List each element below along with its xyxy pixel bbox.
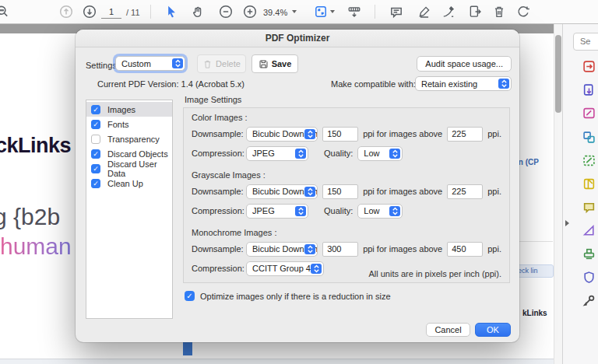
- scroll-mode-icon[interactable]: [346, 4, 362, 19]
- gray-threshold-field[interactable]: [447, 184, 483, 199]
- panel-item-fonts[interactable]: ✓ Fonts: [86, 117, 172, 131]
- select-tool-icon[interactable]: [164, 4, 179, 19]
- settings-label: Settings:: [86, 61, 119, 70]
- color-quality-popup[interactable]: Low: [357, 146, 403, 161]
- units-note: All units are in pixels per inch (ppi).: [368, 269, 501, 278]
- page-number-input[interactable]: [101, 5, 121, 19]
- acrobat-window: ckLinks g {b2b human ation (CP 4s te dec…: [0, 0, 598, 364]
- sign-icon[interactable]: [441, 4, 456, 19]
- fit-page-icon[interactable]: [313, 4, 329, 19]
- protect-icon[interactable]: [582, 271, 596, 284]
- page-up-icon[interactable]: [58, 4, 74, 19]
- measure-icon[interactable]: [582, 224, 596, 237]
- combine-files-icon[interactable]: [582, 131, 596, 144]
- discard-objects-checkbox[interactable]: ✓: [91, 149, 100, 159]
- popup-value: JPEG: [252, 149, 275, 158]
- gray-compression-popup[interactable]: JPEG: [246, 204, 308, 219]
- color-threshold-field[interactable]: [447, 127, 483, 142]
- doc-blue-element: [183, 342, 192, 355]
- zoom-level-label[interactable]: 39.4%: [263, 8, 287, 17]
- color-downsample-popup[interactable]: Bicubic Downsampling to: [246, 127, 318, 142]
- tools-search-box[interactable]: [573, 33, 598, 51]
- delete-button-label: Delete: [216, 59, 241, 68]
- optimize-checkbox[interactable]: ✓: [185, 291, 195, 301]
- popup-value: Low: [364, 206, 379, 215]
- cancel-button-label: Cancel: [434, 325, 461, 334]
- export-pdf-icon[interactable]: [582, 60, 596, 73]
- hand-tool-icon[interactable]: [190, 4, 206, 19]
- doc-brand-small: kLinks: [522, 309, 547, 317]
- optimize-checkbox-row[interactable]: ✓ Optimize images only if there is a red…: [185, 291, 391, 301]
- zoom-out-icon[interactable]: [218, 4, 234, 19]
- panel-item-transparency[interactable]: Transparency: [86, 131, 172, 146]
- tools-panel: [562, 24, 598, 364]
- gray-downsample-popup[interactable]: Bicubic Downsampling to: [246, 184, 318, 199]
- doc-bottom-band: [0, 359, 554, 364]
- compat-popup[interactable]: Retain existing: [415, 76, 512, 91]
- discard-user-data-checkbox[interactable]: ✓: [91, 164, 100, 173]
- save-button-label: Save: [272, 59, 292, 68]
- zoom-caret-icon[interactable]: [292, 10, 297, 13]
- panel-item-clean-up[interactable]: ✓ Clean Up: [86, 176, 172, 191]
- quality-label: Quality:: [324, 206, 353, 215]
- vertical-scrollbar[interactable]: [554, 24, 562, 364]
- section-title: Grayscale Images :: [192, 170, 501, 181]
- gray-quality-popup[interactable]: Low: [357, 204, 403, 219]
- comment-tool-icon[interactable]: [582, 201, 596, 214]
- comment-icon[interactable]: [389, 4, 404, 19]
- images-checkbox[interactable]: ✓: [91, 105, 100, 114]
- rotate-icon[interactable]: [515, 4, 531, 19]
- ppi-suffix: ppi.: [487, 244, 501, 254]
- doc-brand-text: ckLinks: [0, 134, 71, 158]
- scrollbar-thumb[interactable]: [555, 35, 561, 113]
- panel-item-label: Fonts: [107, 120, 129, 129]
- create-pdf-icon[interactable]: [582, 83, 596, 96]
- optimizer-panel-list: ✓ Images ✓ Fonts Transparency ✓ Discard …: [86, 100, 173, 319]
- page-down-icon[interactable]: [82, 4, 97, 19]
- panel-item-images[interactable]: ✓ Images: [86, 102, 172, 117]
- between-text: ppi for images above: [363, 129, 442, 138]
- highlight-icon[interactable]: [417, 4, 432, 19]
- save-button[interactable]: Save: [252, 54, 298, 73]
- downsample-label: Downsample:: [192, 244, 241, 254]
- audit-space-usage-button[interactable]: Audit space usage...: [417, 56, 512, 72]
- organize-pages-icon[interactable]: [582, 177, 596, 191]
- dialog-titlebar: PDF Optimizer: [76, 30, 519, 47]
- delete-button: Delete: [197, 54, 246, 73]
- search-input[interactable]: [579, 36, 598, 47]
- panel-item-discard-user-data[interactable]: ✓ Discard User Data: [86, 161, 172, 176]
- trash-icon[interactable]: [491, 4, 507, 19]
- quality-label: Quality:: [324, 149, 353, 158]
- color-compression-popup[interactable]: JPEG: [246, 146, 308, 161]
- stepper-icon: [311, 264, 322, 274]
- more-tools-icon[interactable]: [582, 294, 596, 307]
- image-settings-group: Color Images : Downsample: Bicubic Downs…: [183, 107, 510, 283]
- fonts-checkbox[interactable]: ✓: [91, 120, 100, 129]
- edit-pdf-icon[interactable]: [582, 107, 596, 120]
- optimize-checkbox-label: Optimize images only if there is a reduc…: [200, 292, 391, 301]
- zoom-in-icon[interactable]: [242, 4, 258, 19]
- toolbar-separator: [150, 5, 151, 19]
- cancel-button[interactable]: Cancel: [426, 323, 470, 337]
- popup-value: JPEG: [252, 206, 275, 215]
- panel-collapse-arrow[interactable]: [565, 220, 569, 226]
- settings-popup[interactable]: Custom: [115, 56, 185, 71]
- mono-threshold-field[interactable]: [447, 242, 483, 257]
- clean-up-checkbox[interactable]: ✓: [91, 179, 100, 188]
- mono-compression-popup[interactable]: CCITT Group 4: [246, 261, 324, 276]
- gray-ppi-field[interactable]: [322, 184, 358, 199]
- mono-ppi-field[interactable]: [322, 242, 358, 257]
- stamp-icon[interactable]: [582, 247, 596, 261]
- color-ppi-field[interactable]: [322, 127, 358, 142]
- color-images-section: Color Images : Downsample: Bicubic Downs…: [192, 113, 501, 161]
- mono-downsample-popup[interactable]: Bicubic Downsampling to: [246, 242, 318, 257]
- search-icon[interactable]: [0, 4, 10, 19]
- stepper-icon: [304, 244, 315, 254]
- compression-label: Compression:: [192, 264, 241, 273]
- ok-button[interactable]: OK: [475, 323, 511, 337]
- transparency-checkbox[interactable]: [91, 135, 100, 144]
- scan-ocr-icon[interactable]: [582, 154, 596, 167]
- export-pages-icon[interactable]: [467, 4, 483, 19]
- fit-page-caret-icon[interactable]: [330, 10, 335, 13]
- section-title: Monochrome Images :: [192, 228, 501, 239]
